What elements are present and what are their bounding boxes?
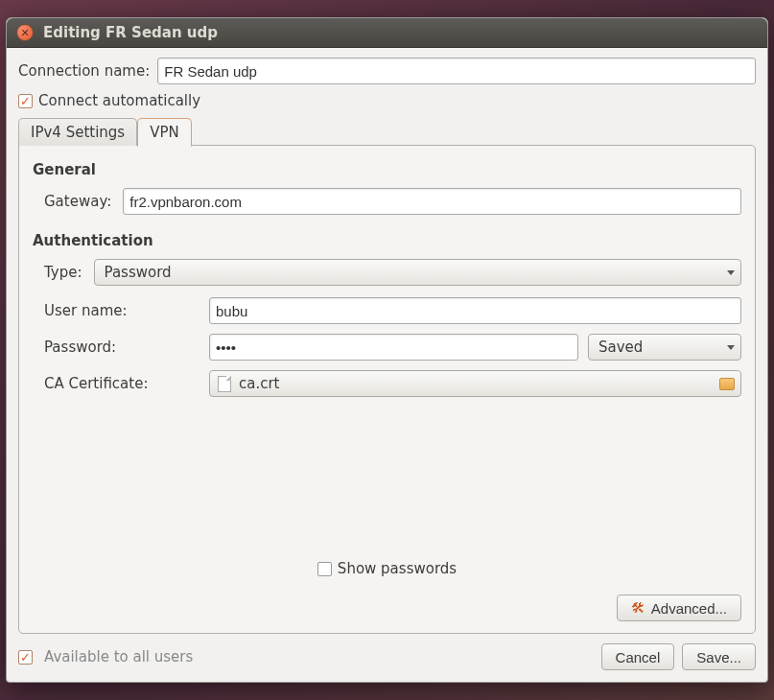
tabs: IPv4 Settings VPN	[18, 118, 756, 146]
tab-panel-vpn: General Gateway: Authentication Type: Pa…	[18, 145, 756, 634]
tab-ipv4-settings[interactable]: IPv4 Settings	[18, 118, 137, 146]
folder-icon	[719, 378, 735, 390]
titlebar[interactable]: ✕ Editing FR Sedan udp	[7, 18, 767, 48]
connection-name-input[interactable]	[157, 58, 756, 84]
save-button[interactable]: Save...	[682, 643, 756, 670]
close-icon: ✕	[20, 28, 29, 38]
show-passwords-checkbox[interactable]: Show passwords	[33, 560, 741, 577]
advanced-label: Advanced...	[651, 600, 727, 617]
show-passwords-label: Show passwords	[338, 560, 457, 577]
checkmark-icon	[18, 650, 33, 665]
tab-label: IPv4 Settings	[31, 124, 125, 141]
username-input[interactable]	[209, 297, 741, 324]
window-title: Editing FR Sedan udp	[43, 24, 218, 41]
connect-auto-checkbox[interactable]: Connect automatically	[18, 92, 756, 109]
tab-vpn[interactable]: VPN	[137, 118, 192, 147]
ca-cert-filechooser[interactable]: ca.crt	[209, 370, 741, 397]
window: ✕ Editing FR Sedan udp Connection name: …	[6, 17, 768, 683]
username-label: User name:	[44, 302, 198, 319]
file-icon	[218, 376, 231, 392]
section-general-title: General	[33, 161, 741, 178]
advanced-button[interactable]: 🛠 Advanced...	[617, 595, 741, 621]
available-all-users-checkbox[interactable]: Available to all users	[18, 648, 193, 665]
gateway-input[interactable]	[123, 188, 741, 215]
button-label: Save...	[696, 649, 741, 665]
dialog-content: Connection name: Connect automatically I…	[7, 48, 767, 682]
password-mode-value: Saved	[598, 338, 643, 356]
checkbox-icon	[317, 562, 332, 576]
dialog-footer: Available to all users Cancel Save...	[18, 643, 756, 670]
connection-name-label: Connection name:	[18, 62, 150, 80]
available-all-users-label: Available to all users	[44, 648, 193, 665]
cancel-button[interactable]: Cancel	[601, 643, 675, 670]
tab-label: VPN	[150, 124, 179, 141]
chevron-down-icon	[727, 270, 735, 275]
connect-auto-label: Connect automatically	[38, 92, 200, 109]
tools-icon: 🛠	[631, 601, 645, 616]
password-label: Password:	[44, 338, 198, 356]
chevron-down-icon	[727, 345, 735, 350]
checkmark-icon	[18, 94, 33, 108]
ca-cert-filename: ca.crt	[239, 375, 280, 392]
window-close-button[interactable]: ✕	[16, 24, 34, 41]
connection-name-row: Connection name:	[18, 58, 756, 84]
password-mode-select[interactable]: Saved	[588, 334, 741, 361]
button-label: Cancel	[616, 649, 661, 665]
password-input[interactable]	[209, 334, 578, 361]
auth-type-select[interactable]: Password	[94, 259, 741, 286]
gateway-label: Gateway:	[44, 193, 111, 210]
ca-cert-label: CA Certificate:	[44, 375, 198, 392]
section-auth-title: Authentication	[33, 232, 741, 249]
auth-type-label: Type:	[44, 264, 82, 281]
auth-type-value: Password	[105, 264, 172, 281]
